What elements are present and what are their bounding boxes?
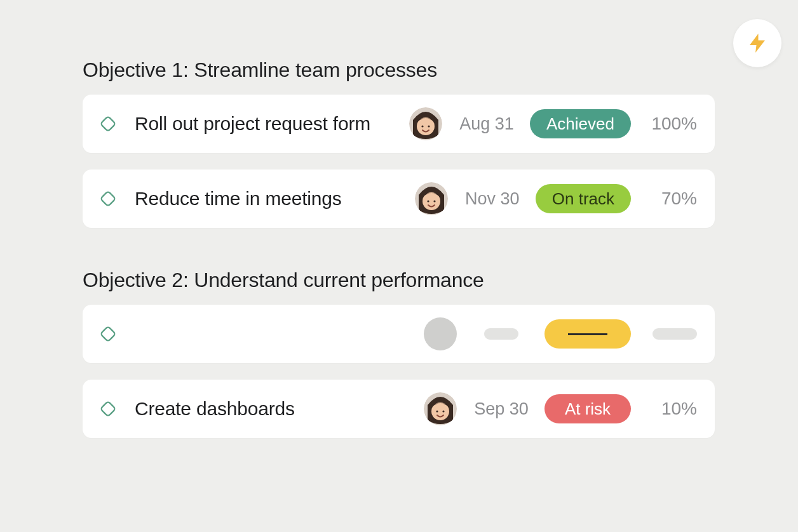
kr-diamond-icon (97, 323, 119, 345)
svg-point-17 (436, 410, 438, 412)
svg-rect-13 (100, 401, 116, 416)
kr-row[interactable]: Create dashboardsSep 30At risk10% (83, 380, 715, 438)
svg-rect-12 (100, 326, 116, 342)
kr-due-date: Nov 30 (461, 189, 524, 209)
quick-action-button[interactable] (733, 19, 781, 67)
svg-rect-0 (100, 116, 116, 131)
assignee-avatar[interactable] (415, 182, 448, 215)
svg-point-4 (421, 125, 423, 127)
kr-row-skeleton (83, 305, 715, 363)
kr-status-badge: At risk (544, 394, 631, 423)
kr-status-badge: Achieved (530, 109, 631, 138)
kr-diamond-icon (97, 187, 119, 210)
svg-point-18 (442, 410, 444, 412)
svg-point-11 (433, 200, 435, 202)
kr-status-badge: On track (536, 184, 631, 213)
kr-due-placeholder (484, 328, 518, 340)
kr-title: Reduce time in meetings (135, 188, 406, 209)
kr-due-date: Aug 31 (455, 114, 518, 134)
objectives-panel: Objective 1: Streamline team processesRo… (83, 58, 715, 455)
svg-rect-6 (100, 191, 116, 206)
assignee-avatar[interactable] (424, 392, 457, 425)
kr-progress: 100% (642, 114, 697, 134)
kr-title: Create dashboards (135, 398, 415, 420)
svg-point-10 (427, 200, 429, 202)
objective-group: Objective 2: Understand current performa… (83, 269, 715, 438)
kr-row[interactable]: Roll out project request formAug 31Achie… (83, 95, 715, 153)
objective-heading: Objective 1: Streamline team processes (83, 58, 715, 82)
kr-diamond-icon (97, 112, 119, 135)
kr-progress: 10% (642, 399, 697, 419)
kr-due-date: Sep 30 (470, 399, 533, 419)
objective-group: Objective 1: Streamline team processesRo… (83, 58, 715, 228)
assignee-avatar-placeholder (424, 317, 457, 350)
kr-title: Roll out project request form (135, 113, 400, 135)
lightning-bolt-icon (746, 32, 769, 55)
kr-progress-placeholder (653, 328, 697, 340)
kr-diamond-icon (97, 397, 119, 420)
kr-progress: 70% (642, 189, 697, 209)
objective-heading: Objective 2: Understand current performa… (83, 269, 715, 292)
kr-row[interactable]: Reduce time in meetingsNov 30On track70% (83, 170, 715, 228)
kr-status-badge-pending (544, 319, 631, 349)
svg-point-5 (428, 125, 429, 127)
assignee-avatar[interactable] (409, 107, 442, 140)
